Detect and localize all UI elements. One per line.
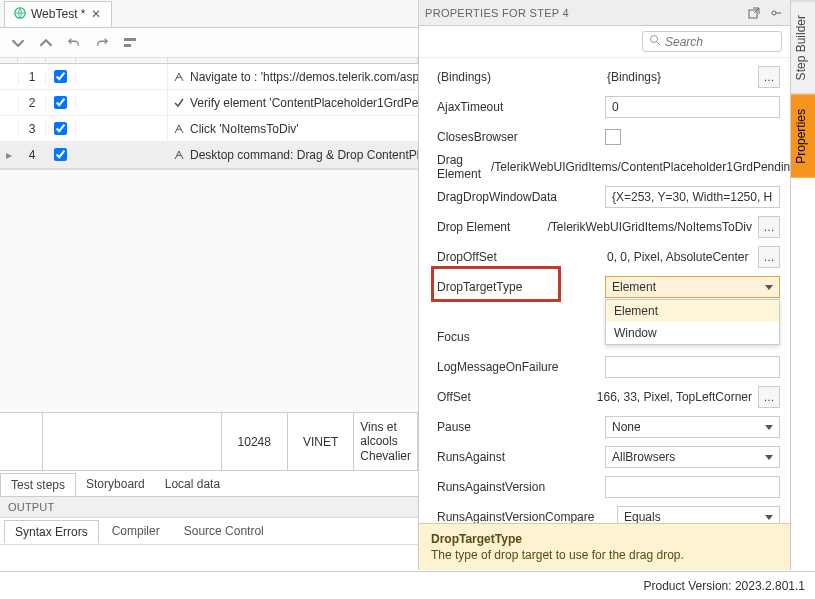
dropdown-option-window[interactable]: Window bbox=[606, 322, 779, 344]
data-preview-row: 10248 VINET Vins et alcools Chevalier bbox=[0, 412, 418, 470]
navigate-icon bbox=[170, 149, 188, 161]
step-checkbox[interactable] bbox=[54, 148, 67, 161]
preview-cell: Vins et alcools Chevalier bbox=[354, 413, 418, 470]
preview-cell: VINET bbox=[288, 413, 354, 470]
drop-target-type-dropdown: Element Window bbox=[605, 299, 780, 345]
document-tab-label: WebTest * bbox=[31, 7, 85, 21]
search-icon bbox=[649, 34, 661, 49]
output-tabs: Syntax Errors Compiler Source Control bbox=[0, 518, 418, 544]
tab-test-steps[interactable]: Test steps bbox=[0, 473, 76, 496]
tab-local-data[interactable]: Local data bbox=[155, 473, 230, 495]
current-step-marker: ▸ bbox=[0, 148, 18, 162]
navigate-icon bbox=[170, 71, 188, 83]
tab-storyboard[interactable]: Storyboard bbox=[76, 473, 155, 495]
navigate-icon bbox=[170, 123, 188, 135]
svg-rect-2 bbox=[124, 44, 131, 47]
collapse-up-icon[interactable] bbox=[36, 33, 56, 53]
step-row[interactable]: 3 Click 'NoItemsToDiv' bbox=[0, 116, 418, 142]
properties-header: PROPERTIES FOR STEP 4 bbox=[419, 0, 790, 26]
steps-empty-area bbox=[0, 169, 418, 412]
step-checkbox[interactable] bbox=[54, 96, 67, 109]
svg-rect-1 bbox=[124, 38, 136, 41]
dropdown-option-element[interactable]: Element bbox=[606, 300, 779, 322]
document-tab[interactable]: WebTest * ✕ bbox=[4, 1, 112, 27]
output-title: OUTPUT bbox=[0, 497, 418, 518]
step-checkbox[interactable] bbox=[54, 70, 67, 83]
left-bottom-tabs: Test steps Storyboard Local data bbox=[0, 470, 418, 496]
status-bar: Product Version: 2023.2.801.1 bbox=[0, 571, 815, 599]
collapse-down-icon[interactable] bbox=[8, 33, 28, 53]
pin-icon[interactable] bbox=[768, 5, 784, 21]
svg-point-5 bbox=[651, 36, 658, 43]
right-vertical-tabs: Step Builder Properties bbox=[790, 0, 815, 570]
product-version-label: Product Version: bbox=[644, 579, 732, 593]
step-row[interactable]: ▸ 4 Desktop command: Drag & Drop Content… bbox=[0, 142, 418, 168]
redo-icon[interactable] bbox=[92, 33, 112, 53]
tab-properties[interactable]: Properties bbox=[791, 94, 815, 178]
customize-icon[interactable] bbox=[120, 33, 140, 53]
step-row[interactable]: 2 Verify element 'ContentPlaceholder1Grd… bbox=[0, 90, 418, 116]
product-version-value: 2023.2.801.1 bbox=[735, 579, 805, 593]
check-icon bbox=[170, 97, 188, 109]
search-input[interactable] bbox=[665, 35, 765, 49]
tab-syntax-errors[interactable]: Syntax Errors bbox=[4, 520, 99, 543]
preview-cell: 10248 bbox=[222, 413, 288, 470]
test-steps-grid: 1 Navigate to : 'https://demos.telerik.c… bbox=[0, 58, 418, 169]
left-pane: 1 Navigate to : 'https://demos.telerik.c… bbox=[0, 58, 418, 570]
popout-icon[interactable] bbox=[746, 5, 762, 21]
svg-point-4 bbox=[772, 11, 776, 15]
properties-search-bar bbox=[419, 26, 790, 58]
tab-step-builder[interactable]: Step Builder bbox=[791, 0, 815, 94]
step-checkbox[interactable] bbox=[54, 122, 67, 135]
search-input-wrap[interactable] bbox=[642, 31, 782, 52]
tab-source-control[interactable]: Source Control bbox=[173, 519, 275, 543]
close-icon[interactable]: ✕ bbox=[89, 7, 103, 21]
undo-icon[interactable] bbox=[64, 33, 84, 53]
step-row[interactable]: 1 Navigate to : 'https://demos.telerik.c… bbox=[0, 64, 418, 90]
properties-title: PROPERTIES FOR STEP 4 bbox=[425, 7, 740, 19]
tab-compiler[interactable]: Compiler bbox=[101, 519, 171, 543]
globe-icon bbox=[13, 6, 27, 23]
output-panel: OUTPUT Syntax Errors Compiler Source Con… bbox=[0, 496, 418, 570]
